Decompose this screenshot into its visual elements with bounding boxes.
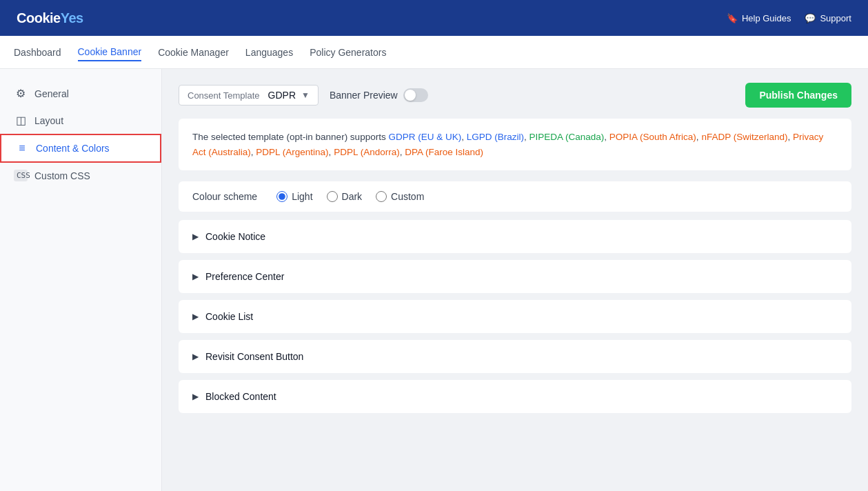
content-top-bar: Consent Template GDPR ▼ Banner Preview P… [179,83,851,108]
nav-cookie-banner[interactable]: Cookie Banner [78,43,142,61]
consent-template-label: Consent Template [188,90,260,101]
content-top-left: Consent Template GDPR ▼ Banner Preview [179,85,428,106]
info-box: The selected template (opt-in banner) su… [179,119,851,170]
sidebar-custom-css-label: Custom CSS [34,170,90,181]
accordion-cookie-list[interactable]: ▶ Cookie List [179,300,851,333]
content-colors-icon: ≡ [15,142,29,154]
nav-bar: Dashboard Cookie Banner Cookie Manager L… [0,36,868,69]
popia-link[interactable]: POPIA (South Africa) [609,132,696,142]
accordion-preference-center[interactable]: ▶ Preference Center [179,260,851,293]
consent-template-value: GDPR [268,90,296,101]
sidebar-item-content-colors[interactable]: ≡ Content & Colors [0,134,161,163]
lgpd-link[interactable]: LGPD (Brazil) [467,132,524,142]
accordion-revisit-consent-title: Revisit Consent Button [205,351,303,362]
accordion-cookie-notice-title: Cookie Notice [205,231,265,242]
colour-scheme-label: Colour scheme [192,191,257,202]
colour-scheme-bar: Colour scheme Light Dark Custom [179,181,851,212]
nav-dashboard[interactable]: Dashboard [14,44,61,61]
top-header: CookieYes 🔖 Help Guides 💬 Support [0,0,868,36]
sidebar-general-label: General [34,88,69,99]
sidebar-item-custom-css[interactable]: CSS Custom CSS [0,163,161,188]
pdpl-argentina-link[interactable]: PDPL (Argentina) [256,147,328,157]
nfadp-link[interactable]: nFADP (Switzerland) [701,132,787,142]
accordion-preference-center-title: Preference Center [205,271,284,282]
colour-scheme-dark[interactable]: Dark [327,191,363,202]
colour-scheme-light-radio[interactable] [276,191,287,202]
nav-cookie-manager[interactable]: Cookie Manager [158,44,229,61]
support-label: Support [820,13,851,23]
banner-preview-toggle[interactable] [403,88,428,102]
accordion-arrow-icon: ▶ [192,352,199,361]
accordion-arrow-icon: ▶ [192,232,199,241]
publish-changes-button[interactable]: Publish Changes [745,83,851,108]
accordion-arrow-icon: ▶ [192,312,199,321]
accordion-arrow-icon: ▶ [192,392,199,401]
accordion-cookie-list-title: Cookie List [205,311,253,322]
accordion-cookie-notice[interactable]: ▶ Cookie Notice [179,220,851,253]
consent-template-select[interactable]: Consent Template GDPR ▼ [179,85,319,106]
general-icon: ⚙ [14,87,28,100]
banner-preview-label: Banner Preview [330,90,398,101]
support-btn[interactable]: 💬 Support [805,13,851,23]
dropdown-arrow-icon: ▼ [301,90,310,100]
nav-policy-generators[interactable]: Policy Generators [310,44,386,61]
info-text: The selected template (opt-in banner) su… [192,132,823,157]
dpa-link[interactable]: DPA (Faroe Island) [405,147,483,157]
colour-scheme-custom[interactable]: Custom [376,191,424,202]
help-icon: 🔖 [727,13,738,23]
sidebar: ⚙ General ◫ Layout ≡ Content & Colors CS… [0,69,162,491]
accordion-revisit-consent[interactable]: ▶ Revisit Consent Button [179,340,851,373]
colour-scheme-custom-label: Custom [391,191,424,202]
colour-scheme-dark-radio[interactable] [327,191,338,202]
accordion-blocked-content[interactable]: ▶ Blocked Content [179,380,851,413]
pipeda-link[interactable]: PIPEDA (Canada) [529,132,604,142]
sidebar-layout-label: Layout [34,115,63,126]
banner-preview: Banner Preview [330,88,428,102]
colour-scheme-light-label: Light [292,191,312,202]
accordion-blocked-content-title: Blocked Content [205,391,276,402]
content-area: Consent Template GDPR ▼ Banner Preview P… [162,69,868,491]
layout-icon: ◫ [14,114,28,127]
logo: CookieYes [17,10,83,26]
colour-scheme-dark-label: Dark [342,191,363,202]
colour-scheme-custom-radio[interactable] [376,191,387,202]
accordion-arrow-icon: ▶ [192,272,199,281]
custom-css-icon: CSS [14,170,28,181]
help-guides-btn[interactable]: 🔖 Help Guides [727,13,791,23]
pdpl-andorra-link[interactable]: PDPL (Andorra) [334,147,400,157]
sidebar-content-colors-label: Content & Colors [36,143,110,154]
main-layout: ⚙ General ◫ Layout ≡ Content & Colors CS… [0,69,868,491]
sidebar-item-general[interactable]: ⚙ General [0,80,161,107]
sidebar-item-layout[interactable]: ◫ Layout [0,107,161,134]
support-icon: 💬 [805,13,816,23]
colour-scheme-light[interactable]: Light [276,191,312,202]
gdpr-link[interactable]: GDPR (EU & UK) [388,132,461,142]
help-guides-label: Help Guides [742,13,791,23]
nav-languages[interactable]: Languages [245,44,293,61]
header-actions: 🔖 Help Guides 💬 Support [727,13,851,23]
